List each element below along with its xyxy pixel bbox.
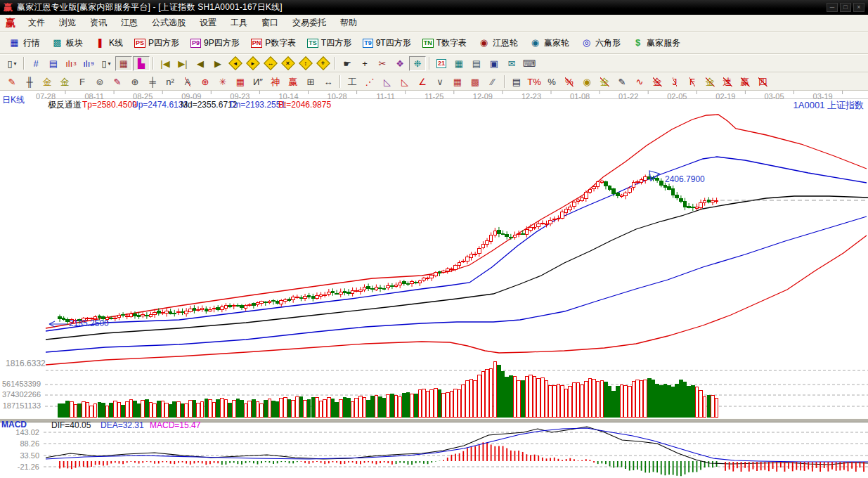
feature-button-9t-square[interactable]: T99T四方形 [358, 34, 416, 52]
menu-item-window[interactable]: 窗口 [254, 15, 285, 31]
pattern-window-button[interactable]: # [27, 56, 44, 71]
ying-scale-button[interactable]: 赢 [285, 75, 302, 89]
color-chart-button[interactable]: ▙ [133, 56, 150, 71]
fan-box-2-button[interactable]: ◺ [396, 75, 413, 89]
ying-angle-button[interactable]: 赢 [737, 75, 753, 89]
minimize-button[interactable]: ─ [827, 3, 838, 12]
gold-line-button[interactable]: 金 [596, 75, 613, 89]
angle-lines-button[interactable]: ∠ [414, 75, 431, 89]
feature-button-kline[interactable]: ❚K线 [89, 34, 128, 52]
price-grid-button[interactable]: ▦ [449, 75, 466, 89]
print-icon: ⌨ [523, 59, 536, 68]
menu-item-browse[interactable]: 浏览 [52, 15, 83, 31]
zoom-left-button[interactable]: ◂ [227, 56, 244, 71]
grid-123-button[interactable]: ⊞ [302, 75, 319, 89]
period-day-selector-button[interactable]: ▯▾ [4, 56, 20, 71]
zoom-right-button[interactable]: ▸ [245, 56, 261, 71]
span-arrows-button[interactable]: ↔ [320, 75, 337, 89]
wave-tool-button[interactable]: ∿ [631, 75, 648, 89]
menu-item-help[interactable]: 帮助 [333, 15, 364, 31]
f-scale-button[interactable]: F [74, 75, 91, 89]
bars-9-button[interactable]: ılı9 [80, 56, 97, 71]
expand-vertical-button[interactable]: ↕ [297, 56, 314, 71]
expand-horizontal-button[interactable]: ↔ [262, 56, 279, 71]
calendar-button[interactable]: 21 [433, 56, 450, 71]
gold-angle-button[interactable]: 金 [701, 75, 718, 89]
pattern-select-button[interactable]: ▦ [115, 56, 132, 71]
tick-ruler-button[interactable]: ╪ [144, 75, 161, 89]
calculator-button[interactable]: ▦ [451, 56, 467, 71]
feature-button-winner-wheel[interactable]: ◉赢家轮 [524, 34, 574, 52]
t-percent-button[interactable]: T% [526, 75, 543, 89]
notes-button[interactable]: ▤ [468, 56, 485, 71]
target-tool-button[interactable]: ⊕ [197, 75, 214, 89]
angle-tool-button[interactable]: A [179, 75, 196, 89]
fan-box-button[interactable]: ◺ [379, 75, 396, 89]
crosshair-button[interactable]: + [356, 56, 373, 71]
menu-item-settings[interactable]: 设置 [193, 15, 224, 31]
f-angle-button[interactable]: F [684, 75, 701, 89]
grid-target-button[interactable]: ▦ [232, 75, 249, 89]
ruler-scale-button[interactable]: ╫ [21, 75, 38, 89]
gold-scale-button[interactable]: 金 [39, 75, 56, 89]
erase-scissors-button[interactable]: ✂ [374, 56, 391, 71]
nav-next-button[interactable]: ▶ [209, 56, 226, 71]
parallel-lines-button[interactable]: ∕∕ [484, 75, 501, 89]
gold-circle-button[interactable]: ◉ [578, 75, 595, 89]
candle-type-selector-button[interactable]: ▯▾ [98, 56, 115, 71]
feature-button-p-square[interactable]: PSP四方形 [129, 34, 184, 52]
gold-scale-2-button[interactable]: 金 [56, 75, 73, 89]
percent-button[interactable]: % [543, 75, 560, 89]
feature-button-winner-service[interactable]: $赢家服务 [627, 34, 685, 52]
spiral-scale-button[interactable]: ⊚ [91, 75, 108, 89]
save-button[interactable]: ▣ [486, 56, 503, 71]
close-button[interactable]: × [853, 3, 864, 12]
speed-angle-button[interactable]: 速 [719, 75, 736, 89]
bars-3-button[interactable]: ılı3 [63, 56, 79, 71]
percent-line-button[interactable]: % [561, 75, 578, 89]
nav-prev-button[interactable]: ◀ [192, 56, 209, 71]
brush-tool-button[interactable]: ✎ [4, 75, 20, 89]
v-lines-button[interactable]: ∨ [432, 75, 448, 89]
hexagon-label: 六角形 [595, 37, 621, 49]
print-button[interactable]: ⌨ [521, 56, 538, 71]
menu-item-gann[interactable]: 江恩 [114, 15, 145, 31]
feature-button-gann-wheel[interactable]: ◉江恩轮 [473, 34, 523, 52]
gann-toolbox-button[interactable]: ❖ [391, 56, 408, 71]
gann-grid-button[interactable]: 工 [344, 75, 361, 89]
feature-button-9p-square[interactable]: P99P四方形 [186, 34, 245, 52]
gann-n-tool-button[interactable]: И″ [250, 75, 266, 89]
info-panel-button[interactable]: ▤ [45, 56, 62, 71]
n-square-scale-button[interactable]: n² [162, 75, 179, 89]
maximize-button[interactable]: □ [840, 3, 851, 12]
expand-all-button[interactable]: + [315, 56, 332, 71]
fan-lines-button[interactable]: ⋰ [361, 75, 378, 89]
nav-first-button[interactable]: |◀ [157, 56, 174, 71]
feature-button-p-number-table[interactable]: PNP数字表 [246, 34, 302, 52]
pan-hand-button[interactable]: ☛ [339, 56, 356, 71]
analysis-brain-button[interactable]: ❉ [409, 56, 426, 71]
j-angle-button[interactable]: J [666, 75, 683, 89]
marker-pen-button[interactable]: ✎ [109, 75, 126, 89]
circle-scale-button[interactable]: ⊕ [127, 75, 143, 89]
gold-line-red-button[interactable]: 金 [649, 75, 666, 89]
feature-button-hexagon[interactable]: ◎六角形 [576, 34, 626, 52]
ratio-table-button[interactable]: ▤ [508, 75, 525, 89]
menu-item-trade-orders[interactable]: 交易委托 [285, 15, 333, 31]
menu-item-formula-stock-pick[interactable]: 公式选股 [145, 15, 193, 31]
feature-button-t-number-table[interactable]: TNT数字表 [417, 34, 472, 52]
feature-button-quotes[interactable]: ▦行情 [4, 34, 45, 52]
menu-item-file[interactable]: 文件 [21, 15, 52, 31]
send-button[interactable]: ✉ [503, 56, 520, 71]
menu-item-news[interactable]: 资讯 [83, 15, 114, 31]
nav-last-button[interactable]: ▶| [174, 56, 191, 71]
compress-button[interactable]: × [280, 56, 297, 71]
menu-item-tools[interactable]: 工具 [224, 15, 254, 31]
shen-scale-button[interactable]: 神 [267, 75, 284, 89]
radial-lines-button[interactable]: ✳ [214, 75, 231, 89]
flag-pen-button[interactable]: ✎ [614, 75, 630, 89]
si-angle-button[interactable]: 四 [754, 75, 771, 89]
feature-button-t-square[interactable]: TST四方形 [302, 34, 356, 52]
feature-button-sectors[interactable]: ▩板块 [46, 34, 88, 52]
price-grid-2-button[interactable]: ▩ [467, 75, 484, 89]
